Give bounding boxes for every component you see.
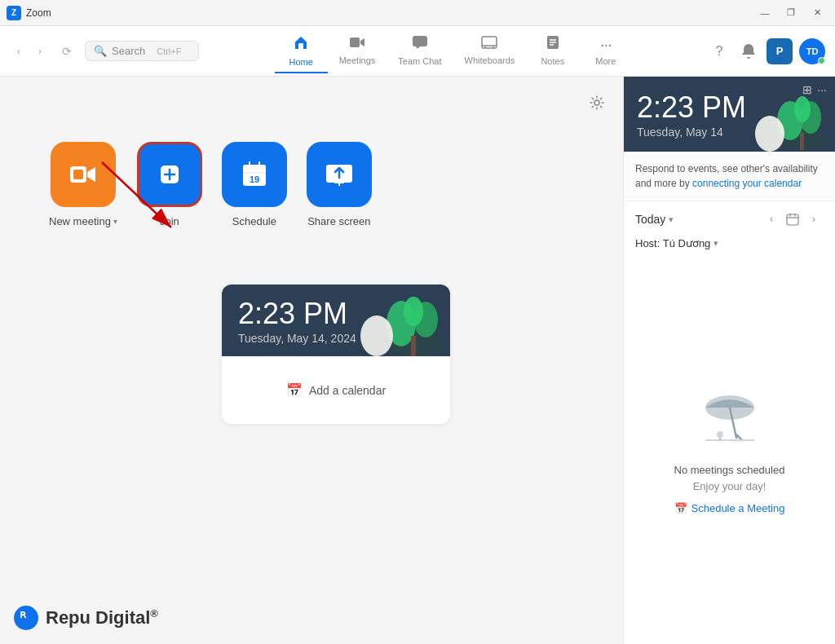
today-header: Today ▾ ‹ › xyxy=(624,201,835,234)
search-box[interactable]: 🔍 Search Ctrl+F xyxy=(85,41,199,61)
svg-point-34 xyxy=(14,606,38,630)
history-button[interactable]: ⟳ xyxy=(55,40,78,63)
notifications-button[interactable] xyxy=(737,40,760,63)
host-selector[interactable]: Host: Tú Dương ▾ xyxy=(624,234,835,258)
tab-meetings[interactable]: Meetings xyxy=(328,31,387,72)
svg-point-33 xyxy=(360,315,393,356)
search-shortcut: Ctrl+F xyxy=(157,46,181,56)
tab-more-label: More xyxy=(595,56,616,66)
prev-day-button[interactable]: ‹ xyxy=(762,210,781,229)
team-chat-icon xyxy=(412,35,428,54)
svg-rect-1 xyxy=(350,37,360,47)
svg-point-6 xyxy=(493,46,494,48)
schedule-label: Schedule xyxy=(232,215,276,227)
svg-point-31 xyxy=(404,297,423,326)
svg-point-39 xyxy=(794,96,811,122)
brand-registered: ® xyxy=(150,607,158,620)
home-icon xyxy=(293,34,309,55)
new-meeting-group: New meeting ▾ xyxy=(49,142,117,227)
schedule-button[interactable]: 19 xyxy=(222,142,287,207)
back-button[interactable]: ‹ xyxy=(10,42,28,60)
tab-team-chat[interactable]: Team Chat xyxy=(387,30,453,73)
tab-home[interactable]: Home xyxy=(275,29,328,73)
add-calendar-label: Add a calendar xyxy=(309,384,386,397)
tab-more[interactable]: ··· More xyxy=(579,30,632,73)
whiteboards-icon xyxy=(481,36,497,53)
maximize-button[interactable]: ❐ xyxy=(780,5,802,21)
join-button[interactable] xyxy=(137,142,202,207)
notes-icon xyxy=(546,35,559,54)
svg-rect-3 xyxy=(482,37,497,48)
no-meetings-title: No meetings scheduled Enjoy your day! xyxy=(674,462,785,494)
tab-notes[interactable]: Notes xyxy=(526,30,579,73)
online-status-dot xyxy=(818,57,825,64)
add-calendar-button[interactable]: 📅 Add a calendar xyxy=(235,369,437,411)
connect-calendar-link[interactable]: connecting your calendar xyxy=(692,178,802,189)
bottom-branding: ᴿ Repu Digital® xyxy=(13,605,158,631)
schedule-meeting-link[interactable]: 📅 Schedule a Meeting xyxy=(674,502,785,514)
right-panel: ⊞ ··· 2:23 PM Tuesday, May 14 Respond to… xyxy=(623,77,835,644)
calendar-header: 2:23 PM Tuesday, May 14, 2024 xyxy=(222,285,450,356)
new-meeting-button[interactable] xyxy=(51,142,116,207)
nav-bar: ‹ › ⟳ 🔍 Search Ctrl+F Home xyxy=(0,26,835,77)
action-buttons: New meeting ▾ Join xyxy=(49,142,599,227)
host-dropdown-arrow: ▾ xyxy=(714,238,718,249)
nav-tabs: Home Meetings Team Chat xyxy=(205,29,701,73)
user-avatar[interactable]: TD xyxy=(799,38,825,64)
tab-notes-label: Notes xyxy=(541,56,564,66)
no-meetings-area: No meetings scheduled Enjoy your day! 📅 … xyxy=(624,258,835,644)
svg-rect-42 xyxy=(787,214,798,225)
tab-team-chat-label: Team Chat xyxy=(398,56,441,66)
search-label: Search xyxy=(112,45,145,57)
right-panel-clock: ⊞ ··· 2:23 PM Tuesday, May 14 xyxy=(624,77,835,152)
tab-whiteboards-label: Whiteboards xyxy=(465,55,515,65)
tab-meetings-label: Meetings xyxy=(339,55,376,65)
today-dropdown-arrow: ▾ xyxy=(669,214,674,225)
profile-switcher[interactable]: P xyxy=(767,38,793,64)
new-meeting-label[interactable]: New meeting ▾ xyxy=(49,215,117,227)
svg-rect-0 xyxy=(298,43,303,49)
calendar-body: 📅 Add a calendar xyxy=(222,356,450,424)
svg-point-5 xyxy=(484,46,486,48)
settings-button[interactable] xyxy=(584,90,610,116)
join-label: Join xyxy=(160,215,179,227)
next-day-button[interactable]: › xyxy=(804,210,824,229)
avatar-initials: TD xyxy=(806,46,819,56)
title-bar: Z Zoom — ❐ ✕ xyxy=(0,0,835,26)
more-icon: ··· xyxy=(600,35,612,54)
calendar-icon: 📅 xyxy=(286,382,303,398)
svg-text:ᴿ: ᴿ xyxy=(20,610,27,626)
close-button[interactable]: ✕ xyxy=(806,5,828,21)
title-bar-left: Z Zoom xyxy=(7,6,51,20)
today-label[interactable]: Today ▾ xyxy=(635,213,674,226)
search-icon: 🔍 xyxy=(94,45,107,57)
svg-rect-2 xyxy=(413,36,427,46)
nav-arrows: ‹ › xyxy=(10,42,49,60)
svg-point-50 xyxy=(717,431,723,438)
svg-rect-15 xyxy=(73,170,83,179)
schedule-meeting-text: Schedule a Meeting xyxy=(691,502,785,514)
beach-illustration xyxy=(697,387,762,448)
svg-point-41 xyxy=(755,116,784,152)
tab-whiteboards[interactable]: Whiteboards xyxy=(453,31,527,72)
left-panel: New meeting ▾ Join xyxy=(0,77,623,644)
schedule-cal-icon: 📅 xyxy=(674,502,687,514)
mini-calendar-icon[interactable] xyxy=(783,210,802,229)
dropdown-arrow: ▾ xyxy=(113,217,117,226)
main-content: New meeting ▾ Join xyxy=(0,77,835,644)
calendar-connect-prompt: Respond to events, see other's availabil… xyxy=(624,152,835,201)
umbrella-icon xyxy=(697,387,762,444)
calendar-widget: 2:23 PM Tuesday, May 14, 2024 xyxy=(222,285,450,424)
nav-right: ? P TD xyxy=(708,38,825,64)
forward-button[interactable]: › xyxy=(31,42,49,60)
svg-rect-32 xyxy=(411,336,416,356)
minimize-button[interactable]: — xyxy=(753,5,776,21)
svg-rect-40 xyxy=(800,132,804,150)
share-screen-label: Share screen xyxy=(307,215,370,227)
svg-point-11 xyxy=(594,100,599,105)
today-nav: ‹ › xyxy=(762,210,824,229)
zoom-logo-icon: Z xyxy=(7,6,21,20)
share-screen-button[interactable] xyxy=(307,142,372,207)
join-group: Join xyxy=(137,142,202,227)
help-button[interactable]: ? xyxy=(708,40,731,63)
